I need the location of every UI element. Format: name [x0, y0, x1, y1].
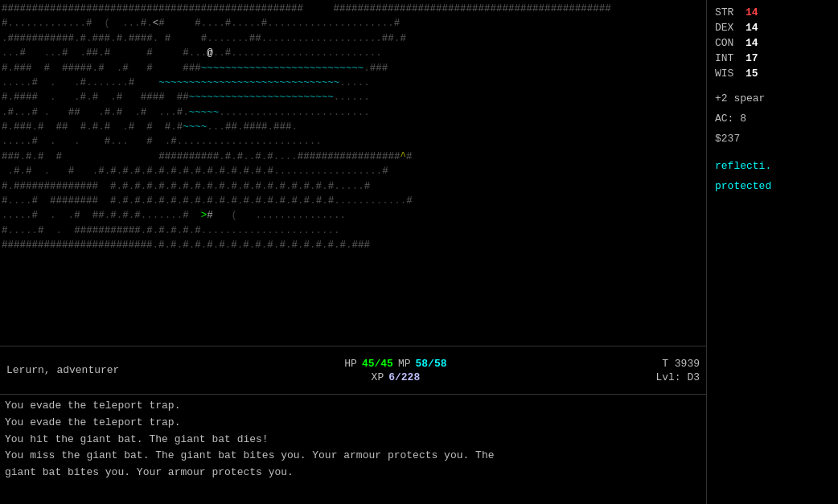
mp-label: MP: [398, 358, 411, 370]
message-line: You hit the giant bat. The giant bat die…: [5, 432, 701, 449]
status-bar: Lerurn, adventurer HP 45/45 MP 58/58 XP …: [0, 346, 706, 394]
message-line: You evade the teleport trap.: [5, 415, 701, 432]
int-label: INT: [715, 52, 741, 64]
xp-label: XP: [372, 371, 384, 383]
map-content: ########################################…: [2, 2, 704, 252]
divider-2: [715, 150, 830, 155]
message-line: You evade the teleport trap.: [5, 398, 701, 415]
int-row: INT 17: [715, 52, 830, 64]
hp-label: HP: [344, 358, 357, 370]
stats-right: T 3939 Lvl: D3: [655, 358, 700, 383]
stats-middle: HP 45/45 MP 58/58 XP 6/228: [135, 358, 655, 383]
xp-row: XP 6/228: [372, 371, 421, 383]
con-label: CON: [715, 37, 741, 49]
sidebar: STR 14 DEX 14 CON 14 INT 17 WIS 15 +2 sp…: [706, 0, 838, 504]
main-container: ########################################…: [0, 0, 838, 504]
str-value: 14: [746, 6, 758, 18]
wis-row: WIS 15: [715, 68, 830, 80]
con-value: 14: [746, 37, 758, 49]
str-label: STR: [715, 6, 741, 18]
str-row: STR 14: [715, 6, 830, 18]
message-log: You evade the teleport trap.You evade th…: [0, 394, 706, 504]
mp-value: 58/58: [416, 358, 447, 370]
status-1: reflecti.: [715, 158, 830, 175]
gold-item: $237: [715, 131, 830, 148]
ac-item: AC: 8: [715, 111, 830, 128]
hp-value: 45/45: [362, 358, 393, 370]
lvl-value: Lvl: D3: [655, 371, 700, 383]
wis-label: WIS: [715, 68, 741, 80]
int-value: 17: [746, 52, 758, 64]
wis-value: 15: [746, 68, 758, 80]
weapon-item: +2 spear: [715, 91, 830, 108]
dex-row: DEX 14: [715, 22, 830, 34]
status-2: protected: [715, 178, 830, 195]
t-value: T 3939: [662, 358, 700, 370]
dex-value: 14: [746, 22, 758, 34]
con-row: CON 14: [715, 37, 830, 49]
map-section[interactable]: ########################################…: [0, 0, 706, 346]
game-area: ########################################…: [0, 0, 706, 504]
dex-label: DEX: [715, 22, 741, 34]
hp-mp-row: HP 45/45 MP 58/58: [344, 358, 446, 370]
divider-1: [715, 83, 830, 88]
message-line: You miss the giant bat. The giant bat bi…: [5, 448, 701, 465]
xp-value: 6/228: [388, 371, 420, 383]
message-line: giant bat bites you. Your armour protect…: [5, 465, 701, 481]
player-name: Lerurn, adventurer: [6, 364, 119, 376]
